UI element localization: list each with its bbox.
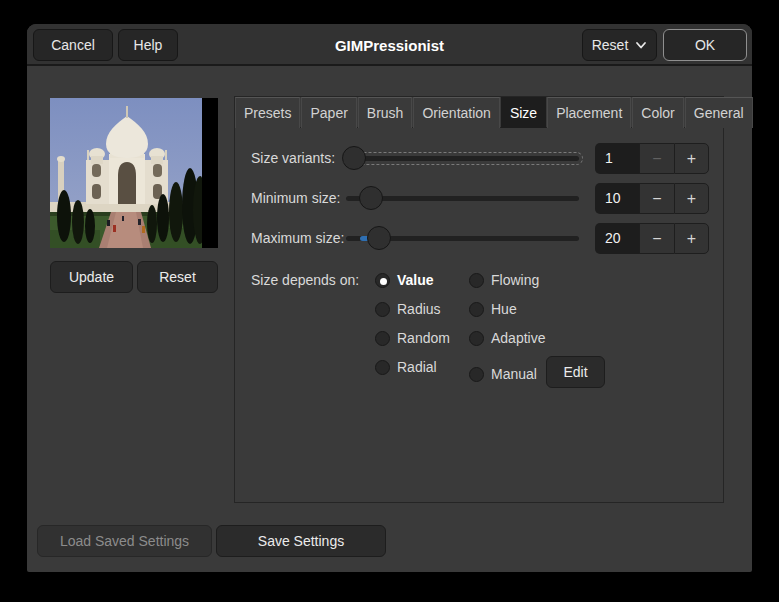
preview-reset-button[interactable]: Reset <box>137 261 218 293</box>
size-variants-slider[interactable] <box>346 143 579 174</box>
minimum-size-spinbox: 10 − + <box>595 183 709 214</box>
maximum-size-row: Maximum size: 20 − + <box>235 223 723 254</box>
tab-brush[interactable]: Brush <box>358 97 413 128</box>
maximum-size-slider[interactable] <box>346 223 579 254</box>
size-depends-label: Size depends on: <box>251 265 359 296</box>
slider-trough <box>346 156 579 161</box>
radio-value-label: Value <box>397 269 434 291</box>
maximum-size-label: Maximum size: <box>251 223 344 254</box>
taj-mahal-image <box>50 98 202 248</box>
update-button[interactable]: Update <box>50 261 133 293</box>
minus-button[interactable]: − <box>639 183 674 214</box>
minus-button[interactable]: − <box>639 143 674 174</box>
radio-radius[interactable] <box>375 302 390 317</box>
radio-hue[interactable] <box>469 302 484 317</box>
radio-adaptive-label: Adaptive <box>491 327 545 349</box>
radio-flowing-label: Flowing <box>491 269 539 291</box>
plus-button[interactable]: + <box>674 183 709 214</box>
chevron-down-icon <box>635 39 647 51</box>
size-variants-value[interactable]: 1 <box>595 143 639 174</box>
slider-handle[interactable] <box>342 146 366 170</box>
radio-value[interactable] <box>375 273 390 288</box>
tab-paper[interactable]: Paper <box>301 97 356 128</box>
edit-button[interactable]: Edit <box>546 356 605 388</box>
tab-size[interactable]: Size <box>501 97 546 128</box>
radio-random[interactable] <box>375 331 390 346</box>
radio-radial[interactable] <box>375 360 390 375</box>
load-saved-settings-button[interactable]: Load Saved Settings <box>37 525 212 557</box>
radio-manual[interactable] <box>469 367 484 382</box>
ok-button[interactable]: OK <box>663 29 747 61</box>
minimum-size-row: Minimum size: 10 − + <box>235 183 723 214</box>
radio-radial-label: Radial <box>397 356 437 378</box>
tab-general[interactable]: General <box>685 97 753 128</box>
reset-dropdown-label: Reset <box>592 37 629 53</box>
tab-presets[interactable]: Presets <box>235 97 300 128</box>
minimum-size-slider[interactable] <box>346 183 579 214</box>
maximum-size-spinbox: 20 − + <box>595 223 709 254</box>
reset-dropdown-button[interactable]: Reset <box>582 29 657 61</box>
minus-button[interactable]: − <box>639 223 674 254</box>
radio-manual-label: Manual <box>491 363 537 385</box>
settings-notebook: Presets Paper Brush Orientation Size Pla… <box>234 96 724 503</box>
gimpressionist-dialog: Cancel Help GIMPressionist Reset OK <box>27 24 752 572</box>
radio-hue-label: Hue <box>491 298 517 320</box>
minimum-size-value[interactable]: 10 <box>595 183 639 214</box>
size-variants-row: Size variants: 1 − + <box>235 143 723 174</box>
tab-placement[interactable]: Placement <box>547 97 631 128</box>
minimum-size-label: Minimum size: <box>251 183 340 214</box>
radio-adaptive[interactable] <box>469 331 484 346</box>
tab-strip: Presets Paper Brush Orientation Size Pla… <box>235 97 723 128</box>
headerbar: Cancel Help GIMPressionist Reset OK <box>27 24 752 66</box>
slider-handle[interactable] <box>359 186 383 210</box>
radio-radius-label: Radius <box>397 298 441 320</box>
maximum-size-value[interactable]: 20 <box>595 223 639 254</box>
tab-color[interactable]: Color <box>632 97 683 128</box>
save-settings-button[interactable]: Save Settings <box>216 525 386 557</box>
size-variants-spinbox: 1 − + <box>595 143 709 174</box>
tab-orientation[interactable]: Orientation <box>413 97 499 128</box>
radio-flowing[interactable] <box>469 273 484 288</box>
size-variants-label: Size variants: <box>251 143 335 174</box>
slider-handle[interactable] <box>367 226 391 250</box>
radio-random-label: Random <box>397 327 450 349</box>
preview-image <box>50 98 218 248</box>
plus-button[interactable]: + <box>674 143 709 174</box>
plus-button[interactable]: + <box>674 223 709 254</box>
